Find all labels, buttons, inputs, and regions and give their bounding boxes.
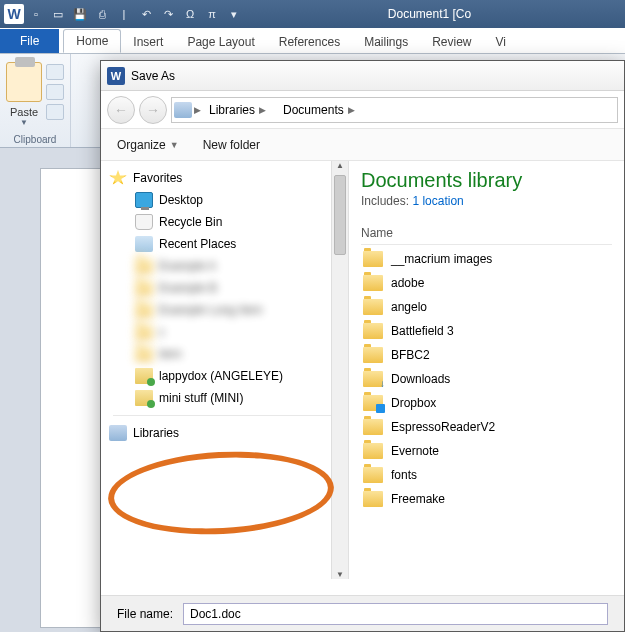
copy-icon[interactable]	[46, 84, 64, 100]
folder-label: adobe	[391, 276, 424, 290]
qat-print-icon[interactable]: ⎙	[92, 4, 112, 24]
organize-button[interactable]: Organize ▼	[117, 138, 179, 152]
navigation-pane: Favorites Desktop Recycle Bin Recent Pla…	[101, 161, 349, 579]
folder-icon	[363, 395, 383, 411]
cut-icon[interactable]	[46, 64, 64, 80]
word-title-bar: W ▫ ▭ 💾 ⎙ | ↶ ↷ Ω π ▾ Document1 [Co	[0, 0, 625, 28]
nav-blurred-item[interactable]: Example A	[101, 255, 348, 277]
nav-recycle-bin[interactable]: Recycle Bin	[101, 211, 348, 233]
nav-scrollbar[interactable]	[331, 161, 348, 579]
network-folder-icon	[135, 368, 153, 384]
folder-label: Evernote	[391, 444, 439, 458]
tab-insert[interactable]: Insert	[121, 31, 175, 53]
qat-save-icon[interactable]: 💾	[70, 4, 90, 24]
folder-icon	[363, 299, 383, 315]
folder-item[interactable]: angelo	[361, 295, 612, 319]
folder-item[interactable]: adobe	[361, 271, 612, 295]
folder-list: __macrium imagesadobeangeloBattlefield 3…	[361, 247, 612, 511]
dialog-toolbar: Organize ▼ New folder	[101, 129, 624, 161]
folder-label: Freemake	[391, 492, 445, 506]
breadcrumb-bar[interactable]: ▶ Libraries▶ Documents▶	[171, 97, 618, 123]
new-folder-button[interactable]: New folder	[203, 138, 260, 152]
nav-blurred-item[interactable]: Example B	[101, 277, 348, 299]
folder-label: __macrium images	[391, 252, 492, 266]
star-icon	[109, 170, 127, 186]
folder-item[interactable]: Evernote	[361, 439, 612, 463]
scrollbar-thumb[interactable]	[334, 175, 346, 255]
folder-label: BFBC2	[391, 348, 430, 362]
folder-item[interactable]: fonts	[361, 463, 612, 487]
tab-review[interactable]: Review	[420, 31, 483, 53]
folder-icon	[135, 324, 153, 340]
word-icon: W	[107, 67, 125, 85]
network-folder-icon	[135, 390, 153, 406]
forward-button[interactable]: →	[139, 96, 167, 124]
qat-redo-icon[interactable]: ↷	[158, 4, 178, 24]
qat-pi-icon[interactable]: π	[202, 4, 222, 24]
nav-blurred-item[interactable]: Example Long Item	[101, 299, 348, 321]
content-pane: Documents library Includes: 1 location N…	[349, 161, 624, 579]
folder-item[interactable]: Battlefield 3	[361, 319, 612, 343]
qat-new-icon[interactable]: ▫	[26, 4, 46, 24]
tab-page-layout[interactable]: Page Layout	[175, 31, 266, 53]
paste-icon[interactable]	[6, 62, 42, 102]
clipboard-group: Paste ▼ Clipboard	[0, 54, 71, 147]
folder-icon	[363, 347, 383, 363]
paste-dropdown-icon[interactable]: ▼	[20, 118, 28, 127]
nav-network-share[interactable]: mini stuff (MINI)	[101, 387, 348, 409]
folder-item[interactable]: BFBC2	[361, 343, 612, 367]
qat-undo-icon[interactable]: ↶	[136, 4, 156, 24]
breadcrumb-root-icon[interactable]	[172, 102, 194, 118]
column-header-name[interactable]: Name	[361, 222, 612, 245]
folder-item[interactable]: EspressoReaderV2	[361, 415, 612, 439]
folder-icon	[363, 323, 383, 339]
navigation-bar: ← → ▶ Libraries▶ Documents▶	[101, 91, 624, 129]
folder-icon	[363, 251, 383, 267]
favorites-header[interactable]: Favorites	[101, 167, 348, 189]
library-subheading: Includes: 1 location	[361, 194, 612, 208]
tab-references[interactable]: References	[267, 31, 352, 53]
recent-places-icon	[135, 236, 153, 252]
back-button[interactable]: ←	[107, 96, 135, 124]
tab-view[interactable]: Vi	[484, 31, 518, 53]
folder-item[interactable]: __macrium images	[361, 247, 612, 271]
libraries-header[interactable]: Libraries	[101, 422, 348, 444]
chevron-right-icon[interactable]: ▶	[194, 105, 201, 115]
file-tab[interactable]: File	[0, 29, 59, 53]
folder-item[interactable]: Dropbox	[361, 391, 612, 415]
library-heading: Documents library	[361, 169, 612, 192]
folder-icon	[135, 346, 153, 362]
folder-item[interactable]: Downloads	[361, 367, 612, 391]
nav-divider	[113, 415, 336, 416]
dialog-titlebar[interactable]: W Save As	[101, 61, 624, 91]
dialog-body: Favorites Desktop Recycle Bin Recent Pla…	[101, 161, 624, 579]
folder-icon	[363, 275, 383, 291]
folder-icon	[135, 302, 153, 318]
nav-network-share[interactable]: lappydox (ANGELEYE)	[101, 365, 348, 387]
breadcrumb-documents[interactable]: Documents▶	[275, 98, 364, 122]
word-logo-icon: W	[4, 4, 24, 24]
dialog-title: Save As	[131, 69, 175, 83]
folder-label: fonts	[391, 468, 417, 482]
tab-home[interactable]: Home	[63, 29, 121, 53]
clipboard-group-label: Clipboard	[14, 134, 57, 147]
libraries-icon	[109, 425, 127, 441]
nav-recent-places[interactable]: Recent Places	[101, 233, 348, 255]
nav-blurred-item[interactable]: item	[101, 343, 348, 365]
filename-input[interactable]	[183, 603, 608, 625]
breadcrumb-libraries[interactable]: Libraries▶	[201, 98, 275, 122]
qat-more-icon[interactable]: ▾	[224, 4, 244, 24]
nav-desktop[interactable]: Desktop	[101, 189, 348, 211]
folder-item[interactable]: Freemake	[361, 487, 612, 511]
folder-icon	[135, 280, 153, 296]
nav-blurred-item[interactable]: c	[101, 321, 348, 343]
qat-sep: |	[114, 4, 134, 24]
tab-mailings[interactable]: Mailings	[352, 31, 420, 53]
qat-omega-icon[interactable]: Ω	[180, 4, 200, 24]
folder-icon	[363, 419, 383, 435]
chevron-down-icon: ▼	[170, 140, 179, 150]
locations-link[interactable]: 1 location	[412, 194, 463, 208]
format-painter-icon[interactable]	[46, 104, 64, 120]
folder-label: angelo	[391, 300, 427, 314]
qat-open-icon[interactable]: ▭	[48, 4, 68, 24]
